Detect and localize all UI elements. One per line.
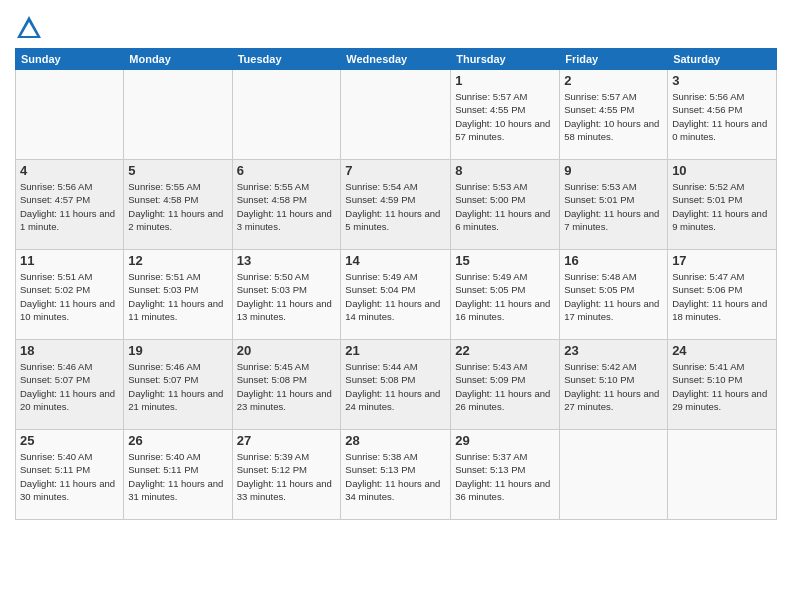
calendar-cell: 24Sunrise: 5:41 AMSunset: 5:10 PMDayligh… <box>668 340 777 430</box>
week-row-3: 11Sunrise: 5:51 AMSunset: 5:02 PMDayligh… <box>16 250 777 340</box>
calendar-cell: 18Sunrise: 5:46 AMSunset: 5:07 PMDayligh… <box>16 340 124 430</box>
calendar: SundayMondayTuesdayWednesdayThursdayFrid… <box>15 48 777 520</box>
calendar-cell: 28Sunrise: 5:38 AMSunset: 5:13 PMDayligh… <box>341 430 451 520</box>
day-detail: Sunrise: 5:45 AMSunset: 5:08 PMDaylight:… <box>237 360 337 413</box>
day-detail: Sunrise: 5:47 AMSunset: 5:06 PMDaylight:… <box>672 270 772 323</box>
calendar-cell: 15Sunrise: 5:49 AMSunset: 5:05 PMDayligh… <box>451 250 560 340</box>
day-number: 14 <box>345 253 446 268</box>
calendar-cell <box>232 70 341 160</box>
calendar-cell: 2Sunrise: 5:57 AMSunset: 4:55 PMDaylight… <box>560 70 668 160</box>
calendar-cell: 12Sunrise: 5:51 AMSunset: 5:03 PMDayligh… <box>124 250 232 340</box>
calendar-cell: 1Sunrise: 5:57 AMSunset: 4:55 PMDaylight… <box>451 70 560 160</box>
day-detail: Sunrise: 5:52 AMSunset: 5:01 PMDaylight:… <box>672 180 772 233</box>
calendar-cell: 16Sunrise: 5:48 AMSunset: 5:05 PMDayligh… <box>560 250 668 340</box>
calendar-cell <box>560 430 668 520</box>
day-detail: Sunrise: 5:39 AMSunset: 5:12 PMDaylight:… <box>237 450 337 503</box>
calendar-cell <box>668 430 777 520</box>
day-detail: Sunrise: 5:40 AMSunset: 5:11 PMDaylight:… <box>20 450 119 503</box>
day-detail: Sunrise: 5:57 AMSunset: 4:55 PMDaylight:… <box>455 90 555 143</box>
day-number: 9 <box>564 163 663 178</box>
calendar-cell: 3Sunrise: 5:56 AMSunset: 4:56 PMDaylight… <box>668 70 777 160</box>
weekday-friday: Friday <box>560 49 668 70</box>
calendar-cell: 7Sunrise: 5:54 AMSunset: 4:59 PMDaylight… <box>341 160 451 250</box>
weekday-wednesday: Wednesday <box>341 49 451 70</box>
day-detail: Sunrise: 5:53 AMSunset: 5:00 PMDaylight:… <box>455 180 555 233</box>
day-number: 16 <box>564 253 663 268</box>
weekday-thursday: Thursday <box>451 49 560 70</box>
day-detail: Sunrise: 5:42 AMSunset: 5:10 PMDaylight:… <box>564 360 663 413</box>
day-detail: Sunrise: 5:41 AMSunset: 5:10 PMDaylight:… <box>672 360 772 413</box>
calendar-cell: 22Sunrise: 5:43 AMSunset: 5:09 PMDayligh… <box>451 340 560 430</box>
day-number: 24 <box>672 343 772 358</box>
day-number: 25 <box>20 433 119 448</box>
calendar-cell: 9Sunrise: 5:53 AMSunset: 5:01 PMDaylight… <box>560 160 668 250</box>
page-container: SundayMondayTuesdayWednesdayThursdayFrid… <box>0 0 792 530</box>
day-number: 28 <box>345 433 446 448</box>
week-row-1: 1Sunrise: 5:57 AMSunset: 4:55 PMDaylight… <box>16 70 777 160</box>
weekday-saturday: Saturday <box>668 49 777 70</box>
day-detail: Sunrise: 5:37 AMSunset: 5:13 PMDaylight:… <box>455 450 555 503</box>
day-detail: Sunrise: 5:56 AMSunset: 4:57 PMDaylight:… <box>20 180 119 233</box>
day-detail: Sunrise: 5:51 AMSunset: 5:03 PMDaylight:… <box>128 270 227 323</box>
calendar-cell: 14Sunrise: 5:49 AMSunset: 5:04 PMDayligh… <box>341 250 451 340</box>
day-detail: Sunrise: 5:49 AMSunset: 5:04 PMDaylight:… <box>345 270 446 323</box>
day-number: 26 <box>128 433 227 448</box>
day-detail: Sunrise: 5:51 AMSunset: 5:02 PMDaylight:… <box>20 270 119 323</box>
day-detail: Sunrise: 5:54 AMSunset: 4:59 PMDaylight:… <box>345 180 446 233</box>
calendar-cell: 19Sunrise: 5:46 AMSunset: 5:07 PMDayligh… <box>124 340 232 430</box>
weekday-monday: Monday <box>124 49 232 70</box>
day-detail: Sunrise: 5:57 AMSunset: 4:55 PMDaylight:… <box>564 90 663 143</box>
day-detail: Sunrise: 5:49 AMSunset: 5:05 PMDaylight:… <box>455 270 555 323</box>
calendar-cell: 4Sunrise: 5:56 AMSunset: 4:57 PMDaylight… <box>16 160 124 250</box>
day-detail: Sunrise: 5:48 AMSunset: 5:05 PMDaylight:… <box>564 270 663 323</box>
day-number: 2 <box>564 73 663 88</box>
day-detail: Sunrise: 5:38 AMSunset: 5:13 PMDaylight:… <box>345 450 446 503</box>
day-number: 15 <box>455 253 555 268</box>
calendar-cell: 25Sunrise: 5:40 AMSunset: 5:11 PMDayligh… <box>16 430 124 520</box>
calendar-cell <box>341 70 451 160</box>
weekday-sunday: Sunday <box>16 49 124 70</box>
day-number: 21 <box>345 343 446 358</box>
day-number: 1 <box>455 73 555 88</box>
day-number: 23 <box>564 343 663 358</box>
header <box>15 10 777 42</box>
day-detail: Sunrise: 5:55 AMSunset: 4:58 PMDaylight:… <box>128 180 227 233</box>
calendar-cell: 11Sunrise: 5:51 AMSunset: 5:02 PMDayligh… <box>16 250 124 340</box>
calendar-cell <box>16 70 124 160</box>
day-number: 13 <box>237 253 337 268</box>
weekday-tuesday: Tuesday <box>232 49 341 70</box>
day-number: 8 <box>455 163 555 178</box>
day-detail: Sunrise: 5:50 AMSunset: 5:03 PMDaylight:… <box>237 270 337 323</box>
day-number: 17 <box>672 253 772 268</box>
day-detail: Sunrise: 5:53 AMSunset: 5:01 PMDaylight:… <box>564 180 663 233</box>
day-number: 12 <box>128 253 227 268</box>
day-detail: Sunrise: 5:55 AMSunset: 4:58 PMDaylight:… <box>237 180 337 233</box>
logo <box>15 14 47 42</box>
day-number: 20 <box>237 343 337 358</box>
day-number: 10 <box>672 163 772 178</box>
calendar-cell: 10Sunrise: 5:52 AMSunset: 5:01 PMDayligh… <box>668 160 777 250</box>
day-detail: Sunrise: 5:46 AMSunset: 5:07 PMDaylight:… <box>20 360 119 413</box>
week-row-4: 18Sunrise: 5:46 AMSunset: 5:07 PMDayligh… <box>16 340 777 430</box>
calendar-cell: 27Sunrise: 5:39 AMSunset: 5:12 PMDayligh… <box>232 430 341 520</box>
calendar-cell <box>124 70 232 160</box>
day-number: 29 <box>455 433 555 448</box>
calendar-cell: 29Sunrise: 5:37 AMSunset: 5:13 PMDayligh… <box>451 430 560 520</box>
day-detail: Sunrise: 5:44 AMSunset: 5:08 PMDaylight:… <box>345 360 446 413</box>
calendar-cell: 21Sunrise: 5:44 AMSunset: 5:08 PMDayligh… <box>341 340 451 430</box>
logo-icon <box>15 14 43 42</box>
day-number: 22 <box>455 343 555 358</box>
calendar-cell: 13Sunrise: 5:50 AMSunset: 5:03 PMDayligh… <box>232 250 341 340</box>
day-number: 27 <box>237 433 337 448</box>
calendar-cell: 6Sunrise: 5:55 AMSunset: 4:58 PMDaylight… <box>232 160 341 250</box>
calendar-cell: 8Sunrise: 5:53 AMSunset: 5:00 PMDaylight… <box>451 160 560 250</box>
week-row-2: 4Sunrise: 5:56 AMSunset: 4:57 PMDaylight… <box>16 160 777 250</box>
day-number: 11 <box>20 253 119 268</box>
calendar-cell: 20Sunrise: 5:45 AMSunset: 5:08 PMDayligh… <box>232 340 341 430</box>
day-detail: Sunrise: 5:46 AMSunset: 5:07 PMDaylight:… <box>128 360 227 413</box>
day-detail: Sunrise: 5:40 AMSunset: 5:11 PMDaylight:… <box>128 450 227 503</box>
calendar-cell: 5Sunrise: 5:55 AMSunset: 4:58 PMDaylight… <box>124 160 232 250</box>
weekday-header-row: SundayMondayTuesdayWednesdayThursdayFrid… <box>16 49 777 70</box>
day-detail: Sunrise: 5:43 AMSunset: 5:09 PMDaylight:… <box>455 360 555 413</box>
day-detail: Sunrise: 5:56 AMSunset: 4:56 PMDaylight:… <box>672 90 772 143</box>
